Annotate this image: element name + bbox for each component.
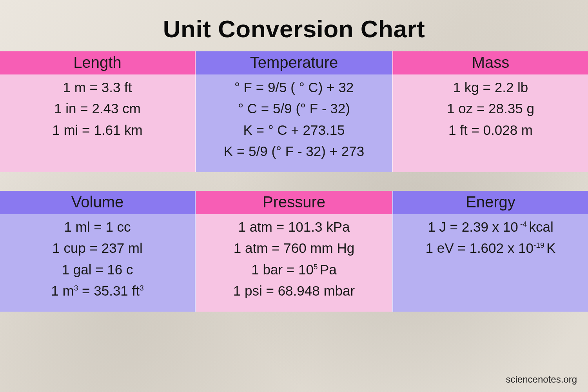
pressure-row-1: 1 atm = 101.3 kPa	[196, 216, 392, 238]
temperature-heading: Temperature	[196, 51, 392, 74]
attribution: sciencenotes.org	[506, 374, 577, 385]
pressure-row-3: 1 bar = 105 Pa	[196, 259, 392, 280]
pressure-body: 1 atm = 101.3 kPa 1 atm = 760 mm Hg 1 ba…	[196, 214, 392, 312]
row-gap	[0, 172, 588, 191]
volume-heading: Volume	[0, 191, 196, 214]
temperature-body: ° F = 9/5 ( ° C) + 32 ° C = 5/9 (° F - 3…	[196, 74, 392, 172]
mass-heading: Mass	[392, 51, 588, 74]
pressure-row-4: 1 psi = 68.948 mbar	[196, 280, 392, 301]
energy-body: 1 J = 2.39 x 10 -4 kcal 1 eV = 1.602 x 1…	[392, 214, 588, 312]
energy-cell: Energy 1 J = 2.39 x 10 -4 kcal 1 eV = 1.…	[392, 191, 588, 312]
pressure-cell: Pressure 1 atm = 101.3 kPa 1 atm = 760 m…	[196, 191, 392, 312]
energy-row-2: 1 eV = 1.602 x 10-19 K	[393, 238, 588, 259]
energy-heading: Energy	[392, 191, 588, 214]
energy-row-1: 1 J = 2.39 x 10 -4 kcal	[393, 216, 588, 238]
length-row-2: 1 in = 2.43 cm	[0, 98, 195, 119]
volume-row-2: 1 cup = 237 ml	[0, 238, 195, 259]
mass-cell: Mass 1 kg = 2.2 lb 1 oz = 28.35 g 1 ft =…	[392, 51, 588, 172]
length-row-3: 1 mi = 1.61 km	[0, 120, 195, 141]
mass-row-1: 1 kg = 2.2 lb	[393, 77, 588, 98]
length-body: 1 m = 3.3 ft 1 in = 2.43 cm 1 mi = 1.61 …	[0, 74, 196, 172]
volume-row-4: 1 m3 = 35.31 ft3	[0, 280, 195, 301]
pressure-row-2: 1 atm = 760 mm Hg	[196, 238, 392, 259]
mass-row-3: 1 ft = 0.028 m	[393, 120, 588, 141]
temperature-row-1: ° F = 9/5 ( ° C) + 32	[196, 77, 392, 98]
temperature-row-2: ° C = 5/9 (° F - 32)	[196, 98, 392, 119]
temperature-row-4: K = 5/9 (° F - 32) + 273	[196, 141, 392, 162]
temperature-cell: Temperature ° F = 9/5 ( ° C) + 32 ° C = …	[196, 51, 392, 172]
page-title: Unit Conversion Chart	[0, 0, 588, 51]
top-row: Length 1 m = 3.3 ft 1 in = 2.43 cm 1 mi …	[0, 51, 588, 172]
volume-row-3: 1 gal = 16 c	[0, 259, 195, 280]
length-heading: Length	[0, 51, 196, 74]
mass-row-2: 1 oz = 28.35 g	[393, 98, 588, 119]
length-row-1: 1 m = 3.3 ft	[0, 77, 195, 98]
temperature-row-3: K = ° C + 273.15	[196, 120, 392, 141]
bottom-row: Volume 1 ml = 1 cc 1 cup = 237 ml 1 gal …	[0, 191, 588, 312]
pressure-heading: Pressure	[196, 191, 392, 214]
volume-body: 1 ml = 1 cc 1 cup = 237 ml 1 gal = 16 c …	[0, 214, 196, 312]
volume-row-1: 1 ml = 1 cc	[0, 216, 195, 238]
mass-body: 1 kg = 2.2 lb 1 oz = 28.35 g 1 ft = 0.02…	[392, 74, 588, 172]
length-cell: Length 1 m = 3.3 ft 1 in = 2.43 cm 1 mi …	[0, 51, 196, 172]
volume-cell: Volume 1 ml = 1 cc 1 cup = 237 ml 1 gal …	[0, 191, 196, 312]
